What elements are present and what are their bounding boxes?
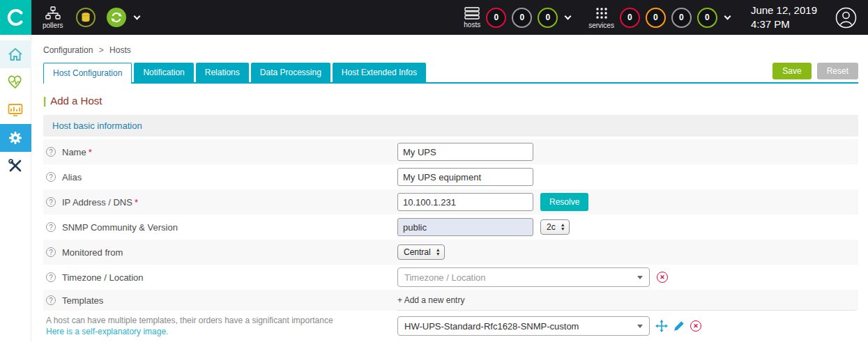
- pollers-label: pollers: [43, 22, 63, 29]
- add-template-entry-link[interactable]: + Add a new entry: [397, 295, 464, 305]
- help-icon[interactable]: ?: [46, 147, 56, 157]
- form-row-templates: ? Templates + Add a new entry: [43, 290, 858, 311]
- monitored-from-select[interactable]: Central ▲ ▼: [397, 244, 445, 260]
- ip-input[interactable]: [397, 193, 533, 211]
- pollers-icon: [45, 6, 61, 20]
- timezone-placeholder: Timezone / Location: [404, 272, 486, 283]
- move-template-icon[interactable]: [655, 320, 668, 332]
- pollers-menu[interactable]: pollers: [43, 6, 63, 29]
- form-row-snmp: ? SNMP Community & Version 2c ▲ ▼: [43, 215, 858, 240]
- sidebar-item-reporting[interactable]: [0, 96, 31, 124]
- heartbeat-icon: [8, 75, 23, 89]
- help-icon[interactable]: ?: [46, 222, 56, 232]
- sidebar-item-administration[interactable]: [0, 152, 31, 180]
- resolve-button[interactable]: Resolve: [540, 193, 588, 211]
- alias-label: Alias: [62, 172, 82, 182]
- host-form: Host basic information ? Name * ? Alias: [43, 115, 858, 342]
- sidebar-item-monitoring[interactable]: [0, 68, 31, 96]
- snmp-version-select[interactable]: 2c ▲ ▼: [540, 219, 570, 235]
- content-area: Configuration > Hosts Host Configuration…: [31, 35, 868, 342]
- help-icon[interactable]: ?: [46, 247, 56, 257]
- services-warning-counter[interactable]: 0: [646, 8, 666, 28]
- ip-label: IP Address / DNS: [62, 197, 132, 208]
- form-row-monitored-from: ? Monitored from Central ▲ ▼: [43, 240, 858, 265]
- monitored-from-label: Monitored from: [62, 247, 123, 258]
- export-config-status-icon[interactable]: [106, 7, 127, 28]
- database-icon: [75, 7, 96, 28]
- timezone-dropdown[interactable]: Timezone / Location: [397, 267, 650, 287]
- main-area: Configuration > Hosts Host Configuration…: [0, 35, 868, 342]
- timezone-label: Timezone / Location: [62, 272, 144, 283]
- arrow-down-icon: ▼: [436, 252, 441, 256]
- required-asterisk: *: [89, 147, 92, 157]
- templates-note-link[interactable]: Here is a self-explanatory image.: [46, 327, 168, 336]
- hosts-unreachable-counter[interactable]: 0: [512, 8, 532, 28]
- clear-timezone-icon[interactable]: ✕: [657, 272, 668, 283]
- refresh-icon: [106, 7, 127, 28]
- services-label: services: [588, 22, 614, 29]
- reset-button[interactable]: Reset: [817, 63, 858, 79]
- delete-template-icon[interactable]: ✕: [690, 320, 701, 332]
- tools-icon: [7, 157, 24, 174]
- breadcrumb-separator: >: [99, 45, 104, 55]
- page-title-text: Add a Host: [50, 95, 102, 107]
- help-icon[interactable]: ?: [46, 295, 56, 305]
- tab-data-processing[interactable]: Data Processing: [251, 63, 330, 82]
- services-critical-counter[interactable]: 0: [620, 8, 640, 28]
- sidebar: [0, 35, 31, 342]
- snmp-community-input[interactable]: [397, 218, 533, 236]
- chevron-down-icon[interactable]: [134, 13, 141, 20]
- help-icon[interactable]: ?: [46, 272, 56, 282]
- breadcrumb-hosts[interactable]: Hosts: [109, 45, 131, 55]
- sidebar-item-configuration[interactable]: [0, 124, 31, 152]
- form-row-alias: ? Alias: [43, 164, 858, 189]
- tab-relations[interactable]: Relations: [196, 63, 249, 82]
- sidebar-item-home[interactable]: [0, 40, 31, 68]
- form-row-name: ? Name *: [43, 139, 858, 164]
- chevron-down-icon[interactable]: [724, 13, 731, 20]
- caret-down-icon: [637, 276, 643, 279]
- page-title: |Add a Host: [43, 95, 858, 107]
- hosts-down-counter[interactable]: 0: [486, 8, 506, 28]
- monitored-from-value: Central: [404, 247, 431, 257]
- database-status-icon[interactable]: [75, 7, 96, 28]
- tab-bar: Host Configuration Notification Relation…: [43, 63, 858, 84]
- breadcrumb-configuration[interactable]: Configuration: [43, 45, 93, 55]
- services-unknown-counter[interactable]: 0: [671, 8, 692, 28]
- hosts-menu[interactable]: hosts: [464, 7, 480, 29]
- tab-notification[interactable]: Notification: [134, 63, 193, 82]
- clock: June 12, 2019 4:37 PM: [751, 3, 817, 32]
- hosts-label: hosts: [464, 21, 480, 29]
- services-icon: [595, 6, 609, 20]
- centreon-c-icon: [6, 8, 26, 27]
- arrow-down-icon: ▼: [561, 227, 565, 231]
- pencil-icon: [673, 320, 685, 332]
- current-time: 4:37 PM: [751, 17, 817, 31]
- hosts-up-counter[interactable]: 0: [538, 8, 558, 28]
- services-menu[interactable]: services: [588, 6, 614, 29]
- snmp-version-value: 2c: [547, 222, 556, 232]
- help-icon[interactable]: ?: [46, 197, 56, 207]
- edit-template-icon[interactable]: [673, 320, 685, 332]
- tab-host-extended-infos[interactable]: Host Extended Infos: [333, 63, 426, 82]
- templates-label: Templates: [62, 295, 103, 306]
- move-arrows-icon: [655, 320, 668, 332]
- chevron-down-icon[interactable]: [565, 13, 572, 20]
- user-menu[interactable]: [835, 7, 857, 29]
- services-ok-counter[interactable]: 0: [697, 8, 717, 28]
- name-label: Name: [62, 147, 86, 157]
- chart-icon: [8, 103, 23, 117]
- breadcrumb: Configuration > Hosts: [43, 45, 858, 55]
- user-icon: [835, 7, 857, 29]
- tab-host-configuration[interactable]: Host Configuration: [43, 63, 132, 84]
- help-icon[interactable]: ?: [46, 172, 56, 182]
- snmp-label: SNMP Community & Version: [62, 222, 178, 233]
- centreon-logo[interactable]: [0, 0, 31, 35]
- name-input[interactable]: [397, 143, 533, 161]
- template-dropdown[interactable]: HW-UPS-Standard-Rfc1628-SNMP-custom: [397, 316, 650, 336]
- section-host-basic-information: Host basic information: [43, 115, 858, 137]
- form-row-template-entry: A host can have multiple templates, thei…: [43, 311, 858, 342]
- save-button[interactable]: Save: [772, 63, 811, 79]
- alias-input[interactable]: [397, 168, 533, 186]
- topbar: pollers hosts 0 0 0: [0, 0, 868, 35]
